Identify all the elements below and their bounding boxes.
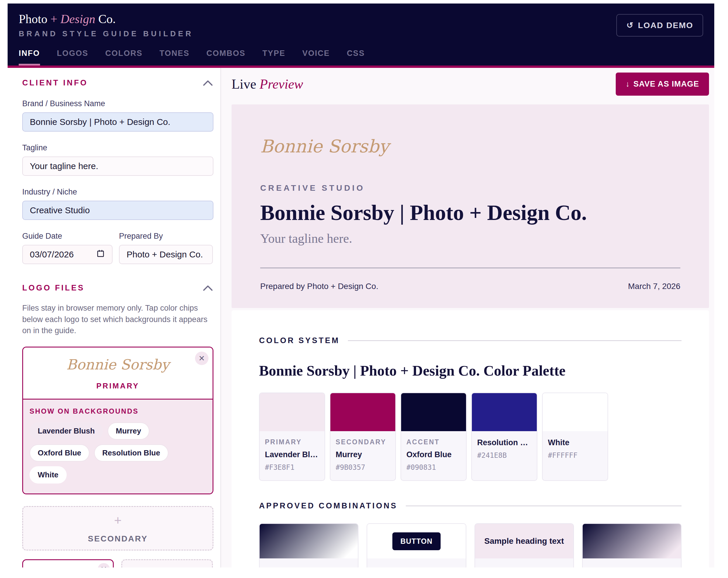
prepared-by-input[interactable]: Photo + Design Co. [119, 245, 213, 264]
app-brand: Photo + Design Co. BRAND STYLE GUIDE BUI… [19, 12, 193, 38]
app-title: Photo + Design Co. [19, 12, 193, 26]
chip-murrey[interactable]: Murrey [108, 422, 149, 439]
app-title-plus: + [47, 12, 60, 26]
preview-date: March 7, 2026 [628, 282, 680, 291]
preview-logo-image: Bonnie Sorsby [260, 136, 680, 156]
guide-date-value: 03/07/2026 [30, 250, 74, 259]
logo-files-note: Files stay in browser memory only. Tap c… [22, 302, 212, 336]
swatch-name: Lavender Blush [265, 450, 319, 459]
combo-title: BG + Text [482, 567, 566, 568]
chip-white[interactable]: White [29, 466, 67, 483]
client-info-collapse-chevron-icon[interactable] [203, 80, 213, 86]
guide-date-label: Guide Date [22, 232, 112, 241]
icon-favicon-remove-button[interactable]: ✕ [98, 563, 110, 568]
preview-word: Preview [260, 77, 303, 92]
approved-combinations-label: APPROVED COMBINATIONS [259, 501, 398, 510]
swatch-name: White [548, 438, 602, 447]
combo-preview [583, 524, 681, 558]
swatch-role: SECONDARY [336, 438, 390, 446]
live-preview-pane: Live Preview ↓ SAVE AS IMAGE Bonnie Sors… [221, 68, 714, 568]
swatch-name: Oxford Blue [407, 450, 461, 459]
show-on-backgrounds-label: SHOW ON BACKGROUNDS [29, 407, 206, 416]
primary-logo-card: ✕ Bonnie Sorsby PRIMARY SHOW ON BACKGROU… [22, 347, 213, 494]
industry-input[interactable]: Creative Studio [22, 201, 213, 220]
app-title-photo: Photo [19, 12, 47, 26]
swatch-hex: #090831 [407, 463, 461, 472]
primary-logo-remove-button[interactable]: ✕ [195, 352, 208, 365]
combo-preview: Sample heading text [475, 524, 573, 558]
save-as-image-button[interactable]: ↓ SAVE AS IMAGE [616, 73, 709, 96]
combo-gradient-white: Gradient Oxford Blue → White [259, 523, 359, 568]
chip-resolution-blue[interactable]: Resolution Blue [94, 444, 168, 461]
client-info-section-title: CLIENT INFO [22, 78, 88, 87]
tab-type[interactable]: TYPE [263, 49, 286, 66]
guide-date-input[interactable]: 03/07/2026 [22, 245, 112, 264]
palette-title: Bonnie Sorsby | Photo + Design Co. Color… [259, 362, 681, 379]
sample-heading: Sample heading text [484, 536, 564, 546]
swatch-name: Resolution Bl… [477, 438, 531, 447]
tab-logos[interactable]: LOGOS [57, 49, 88, 66]
brand-cover-preview: Bonnie Sorsby CREATIVE STUDIO Bonnie Sor… [232, 104, 709, 308]
tagline-input[interactable]: Your tagline here. [22, 156, 213, 176]
tab-colors[interactable]: COLORS [105, 49, 143, 66]
reload-icon: ↺ [626, 21, 633, 30]
swatch-color-preview [260, 393, 324, 431]
preview-divider [260, 268, 680, 268]
plus-icon: + [163, 566, 171, 568]
swatch-white: White #FFFFFF [542, 393, 608, 481]
swatch-hex: #241E8B [477, 451, 531, 459]
section-rule [406, 505, 681, 506]
tab-tones[interactable]: TONES [160, 49, 190, 66]
tab-voice[interactable]: VOICE [302, 49, 330, 66]
primary-logo-image: Bonnie Sorsby [29, 356, 207, 373]
brand-name-input[interactable]: Bonnie Sorsby | Photo + Design Co. [22, 112, 213, 132]
background-chips: Lavender Blush Murrey Oxford Blue Resolu… [29, 422, 206, 483]
main-nav: INFO LOGOS COLORS TONES COMBOS TYPE VOIC… [19, 49, 703, 66]
swatch-hex: #FFFFFF [548, 451, 602, 459]
industry-label: Industry / Niche [22, 187, 213, 197]
combo-preview: BUTTON [367, 524, 465, 558]
swatch-oxford-blue: ACCENT Oxford Blue #090831 [400, 393, 467, 481]
plus-icon: + [114, 513, 122, 528]
icon-favicon-card: ✕ ICON / FAVICON [22, 559, 114, 568]
chip-lavender-blush[interactable]: Lavender Blush [29, 422, 103, 439]
combo-title: Gradient [267, 567, 351, 568]
swatch-role: PRIMARY [265, 438, 319, 446]
tab-info[interactable]: INFO [19, 49, 40, 66]
swatch-role: ACCENT [407, 438, 461, 446]
swatch-name: Murrey [336, 450, 390, 459]
section-rule [348, 340, 681, 341]
logo-files-collapse-chevron-icon[interactable] [203, 285, 213, 291]
swatch-hex: #F3E8F1 [265, 463, 319, 472]
sample-button: BUTTON [392, 532, 441, 550]
combo-gradient-blush: Gradient Oxford Blue → Lavender Blush [582, 523, 681, 568]
swatch-lavender-blush: PRIMARY Lavender Blush #F3E8F1 [259, 393, 325, 481]
swatch-color-preview [401, 393, 466, 431]
tab-combos[interactable]: COMBOS [206, 49, 245, 66]
preview-industry: CREATIVE STUDIO [260, 183, 680, 193]
chip-oxford-blue[interactable]: Oxford Blue [29, 444, 89, 461]
sidebar: CLIENT INFO Brand / Business Name Bonnie… [8, 68, 221, 568]
tagline-label: Tagline [22, 143, 213, 152]
combo-button-cta: BUTTON Button / CTA White + Oxford Blue [367, 523, 466, 568]
color-system-panel: COLOR SYSTEM Bonnie Sorsby | Photo + Des… [232, 310, 709, 568]
secondary-upload-label: SECONDARY [88, 534, 148, 544]
download-icon: ↓ [626, 80, 630, 89]
close-icon: ✕ [101, 565, 107, 568]
live-word: Live [232, 77, 260, 92]
calendar-icon[interactable] [96, 249, 105, 260]
tab-css[interactable]: CSS [347, 49, 365, 66]
swatch-color-preview [472, 393, 537, 431]
combo-bg-text: Sample heading text BG + Text Oxford Blu… [474, 523, 574, 568]
bw-version-upload[interactable]: + B&W VERSION [121, 559, 213, 568]
app-title-co: Co. [95, 12, 116, 26]
load-demo-label: LOAD DEMO [638, 21, 693, 30]
app-title-design: Design [60, 12, 95, 26]
combo-title: Button / CTA [374, 567, 459, 568]
combo-preview [260, 524, 358, 558]
secondary-logo-upload[interactable]: + SECONDARY [22, 506, 213, 551]
load-demo-button[interactable]: ↺ LOAD DEMO [616, 14, 703, 36]
app-subtitle: BRAND STYLE GUIDE BUILDER [19, 29, 193, 38]
swatch-murrey: SECONDARY Murrey #9B0357 [330, 393, 396, 481]
preview-tagline: Your tagline here. [260, 231, 680, 246]
